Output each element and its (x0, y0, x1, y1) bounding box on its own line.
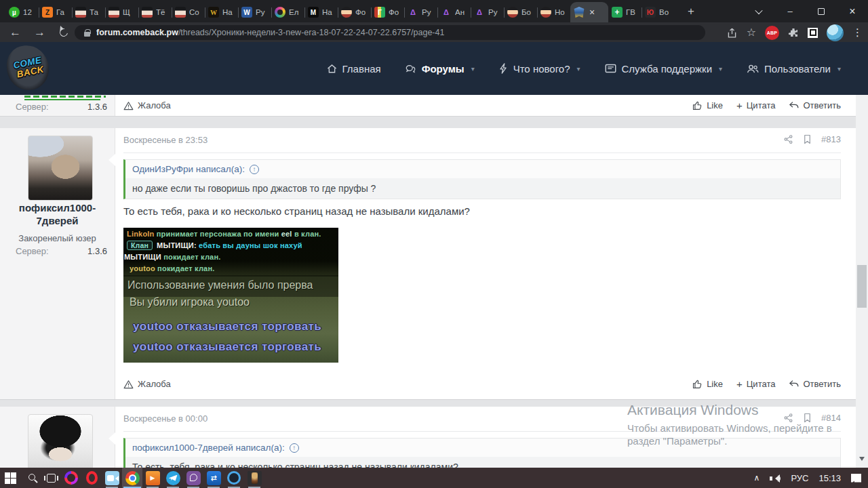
browser-tab[interactable]: ΔАн (437, 2, 471, 22)
browser-tab-active[interactable]: × (570, 2, 608, 22)
browser-tab[interactable]: +ГВ (608, 2, 642, 22)
taskbar-app-player[interactable] (142, 468, 163, 488)
language-indicator[interactable]: РУС (791, 473, 808, 483)
browser-profile-avatar[interactable] (827, 24, 844, 41)
browser-tab[interactable]: WНа (205, 2, 238, 22)
taskbar-app-telegram[interactable] (163, 468, 183, 488)
nav-item-forums[interactable]: Форумы ▾ (406, 63, 475, 75)
close-window-button[interactable]: × (837, 0, 868, 22)
hidden-icons-chevron[interactable]: ∧ (754, 473, 760, 483)
quote-attribution-link[interactable]: ОдинИзРуФри написал(а): ↑ (125, 160, 840, 178)
jump-to-quote-icon[interactable]: ↑ (250, 165, 259, 174)
taskbar-app-search[interactable] (20, 468, 41, 488)
quote-button[interactable]: + Цитата (736, 379, 775, 389)
new-tab-button[interactable]: + (684, 4, 698, 19)
post-date[interactable]: Воскресенье в 00:00 (123, 413, 208, 424)
minimize-button[interactable]: – (774, 0, 806, 22)
browser-tab[interactable]: Со (172, 2, 205, 22)
address-bar[interactable]: forum.comeback.pw/threads/Хроники-недели… (75, 25, 705, 40)
scroll-down-arrow-icon[interactable] (859, 457, 865, 464)
post-body-text: То есть тебя, рака и ко несколько страни… (123, 205, 470, 217)
taskbar-app-camera[interactable] (102, 468, 122, 488)
taskbar-app-operagx[interactable] (61, 468, 81, 488)
browser-tab[interactable]: ΔРу (471, 2, 504, 22)
like-button[interactable]: Like (692, 100, 723, 110)
taskbar-app-disc[interactable] (224, 468, 244, 488)
taskbar-app-start[interactable] (0, 468, 20, 488)
start-icon (5, 472, 16, 484)
page-url[interactable]: forum.comeback.pw/threads/Хроники-недели… (96, 28, 444, 37)
clock[interactable]: 15:13 (818, 473, 841, 483)
post-date[interactable]: Воскресенье в 23:53 (123, 135, 208, 145)
tab-search-chevron-icon[interactable] (743, 0, 774, 22)
browser-tab[interactable]: Щ (105, 2, 138, 22)
browser-tab[interactable]: Но (537, 2, 570, 22)
forward-button[interactable]: → (34, 26, 45, 39)
browser-tab[interactable]: µ12 (5, 2, 39, 22)
browser-tab[interactable]: MНа (304, 2, 338, 22)
share-icon[interactable] (783, 413, 793, 423)
browser-tab[interactable]: ГФо (371, 2, 404, 22)
maximize-button[interactable] (806, 0, 837, 22)
reply-button[interactable]: Ответить (789, 100, 841, 110)
browser-tab[interactable]: Фо (338, 2, 371, 22)
page-scrollbar[interactable] (856, 95, 868, 468)
jump-to-quote-icon[interactable]: ↑ (290, 443, 299, 453)
action-center-icon[interactable] (851, 474, 861, 483)
quote-attribution-link[interactable]: пофиксил1000-7дверей написал(а): ↑ (125, 439, 840, 457)
nav-item-users[interactable]: Пользователи ▾ (747, 63, 841, 75)
browser-menu-icon[interactable]: ⋮ (852, 26, 863, 39)
volume-icon[interactable] (770, 474, 781, 483)
bookmark-icon[interactable] (803, 413, 812, 423)
taskbar-app-game[interactable] (244, 468, 264, 488)
game-screenshot-image[interactable]: Linkoln принимает персонажа по имени eel… (123, 228, 338, 363)
like-button[interactable]: Like (692, 379, 723, 389)
taskbar-app-teamviewer[interactable] (203, 468, 224, 488)
aspurple-favicon-icon: Δ (408, 7, 418, 18)
browser-tab[interactable]: ΔРу (404, 2, 437, 22)
report-link[interactable]: Жалоба (123, 100, 171, 110)
taskbar-app-opera[interactable] (81, 468, 102, 488)
nav-item-support[interactable]: Служба поддержки ▾ (605, 63, 723, 75)
nav-item-home[interactable]: Главная (327, 63, 381, 75)
username-link[interactable]: пофиксил1000-7дверей (7, 201, 108, 227)
extension-square-icon[interactable] (808, 28, 818, 38)
bookmark-icon[interactable] (803, 134, 812, 144)
taskbar-app-chrome[interactable] (122, 468, 142, 488)
browser-tab[interactable]: ZГа (39, 2, 72, 22)
browser-tab[interactable]: ЮВо (642, 2, 675, 22)
reply-button[interactable]: Ответить (789, 379, 841, 389)
browser-tab[interactable]: Тё (138, 2, 172, 22)
share-icon[interactable] (726, 27, 738, 39)
chevron-down-icon[interactable]: ▾ (837, 65, 841, 73)
chevron-down-icon[interactable]: ▾ (576, 65, 580, 73)
browser-tab[interactable]: WРу (238, 2, 271, 22)
adblock-extension-icon[interactable]: ABP (765, 26, 779, 40)
browser-tab[interactable]: Та (72, 2, 105, 22)
lightning-icon (499, 63, 508, 74)
post-number-link[interactable]: #813 (821, 134, 841, 144)
browser-tab[interactable]: Бо (504, 2, 537, 22)
nav-item-whats-new[interactable]: Что нового? ▾ (499, 63, 580, 75)
gmulti-favicon-icon: Г (374, 7, 385, 18)
taskbar-app-viber[interactable] (183, 468, 203, 488)
post-number-link[interactable]: #814 (821, 413, 841, 423)
browser-tab[interactable]: Ел (271, 2, 304, 22)
back-button[interactable]: ← (9, 26, 21, 39)
user-avatar[interactable] (28, 414, 93, 468)
bookmark-star-icon[interactable]: ☆ (747, 27, 756, 38)
taskbar-app-taskview[interactable] (41, 468, 61, 488)
scrollbar-thumb[interactable] (857, 265, 867, 308)
quote-button[interactable]: + Цитата (736, 100, 775, 110)
tab-close-icon[interactable]: × (589, 7, 595, 17)
share-icon[interactable] (783, 134, 793, 144)
extensions-puzzle-icon[interactable] (788, 27, 799, 38)
report-link[interactable]: Жалоба (123, 379, 171, 389)
lock-icon[interactable] (84, 32, 90, 37)
comeback-logo[interactable]: COME BACK (5, 43, 51, 92)
user-avatar[interactable] (28, 136, 93, 201)
chevron-down-icon[interactable]: ▾ (471, 65, 475, 73)
chevron-down-icon[interactable]: ▾ (719, 65, 722, 73)
reload-button[interactable] (58, 27, 70, 39)
tab-title: Ан (455, 8, 467, 16)
